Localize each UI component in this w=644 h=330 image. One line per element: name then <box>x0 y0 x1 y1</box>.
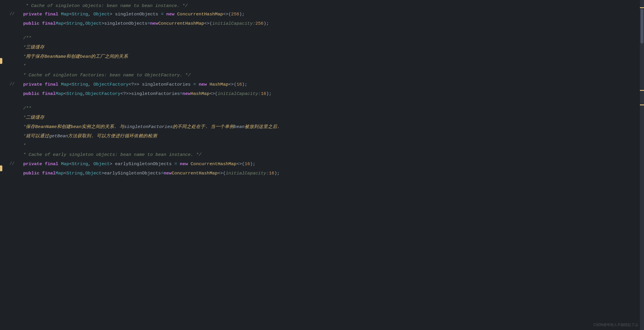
code-line-13: /** <box>0 104 644 113</box>
comment-prefix-2: // <box>3 11 15 17</box>
code-line-18: * Cache of early singleton objects: bean… <box>0 151 644 160</box>
code-editor: * Cache of singleton objects: bean name … <box>0 0 644 330</box>
comment-text-9: * Cache of singleton factories: bean nam… <box>23 72 191 79</box>
code-line-14: * 二级缓存 <box>0 113 644 123</box>
scrollbar-mark-2 <box>640 90 644 91</box>
code-line-10: // private final Map<String, ObjectFacto… <box>0 80 644 90</box>
code-line-8: * <box>0 62 644 71</box>
javadoc-open-1: /** <box>23 35 31 42</box>
chinese-comment-4: 保存 <box>26 123 35 131</box>
blank-line-4 <box>0 29 644 34</box>
chinese-comment-1: 三级缓存 <box>26 44 44 51</box>
code-line-7: * 用于保存BeanName 和创建bean的工厂之间的关系 <box>0 53 644 62</box>
code-line-19: // private final Map<String, Object> ear… <box>0 160 644 169</box>
code-line-16: * 就可以通过 getBean 方法获取到. 可以方便进行循环依赖的检测 <box>0 132 644 141</box>
code-line-5: /** <box>0 34 644 43</box>
code-line-9: * Cache of singleton factories: bean nam… <box>0 71 644 80</box>
type-map: Map <box>61 12 69 17</box>
code-line-17: * <box>0 141 644 151</box>
scrollbar-thumb[interactable] <box>641 9 643 44</box>
comment-text-18: * Cache of early singleton objects: bean… <box>23 151 201 158</box>
keyword-private: private final <box>23 12 58 17</box>
chinese-comment-2: 用于保存 <box>26 53 44 60</box>
scrollbar-mark-3 <box>640 104 644 105</box>
comment-prefix-10: // <box>3 81 15 87</box>
code-line-3: public final Map<String, Object> singlet… <box>0 19 644 29</box>
watermark: CSDN@年轻人不能慌乱了山 <box>594 322 638 328</box>
comment-text-1: * Cache of singleton objects: bean name … <box>20 2 188 10</box>
code-line-2: // private final Map<String, Object> sin… <box>0 10 644 19</box>
scrollbar[interactable] <box>640 0 644 330</box>
chinese-comment-3: 二级缓存 <box>26 114 44 121</box>
var-singletonObjects: singletonObjects <box>115 12 161 17</box>
blank-line-12 <box>0 99 644 104</box>
code-line-20: public final Map<String, Object> earlySi… <box>0 169 644 178</box>
code-line-11: public final Map<String, ObjectFactory<?… <box>0 90 644 99</box>
code-line-1: * Cache of singleton objects: bean name … <box>0 0 644 10</box>
comment-prefix-19: // <box>3 161 15 167</box>
chinese-comment-5: 就可以通过 <box>26 133 49 140</box>
keyword-public-3: public final <box>23 20 56 27</box>
code-line-15: * 保存 BeanName 和创建 bean 实例之间的关系. 与 single… <box>0 123 644 132</box>
code-line-6: * 三级缓存 <box>0 43 644 53</box>
scrollbar-mark-1 <box>640 7 644 8</box>
